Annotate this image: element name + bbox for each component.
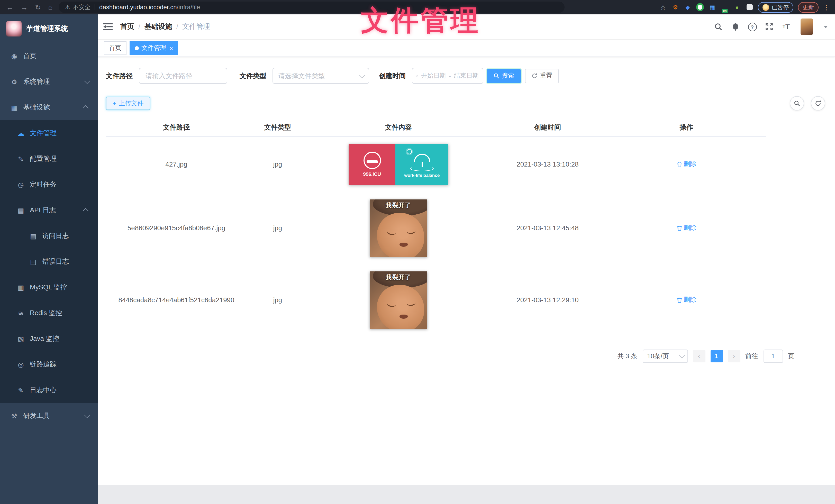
file-path-label: 文件路径: [106, 71, 133, 81]
file-type-select[interactable]: 请选择文件类型: [272, 68, 369, 84]
delete-button[interactable]: 删除: [676, 224, 696, 232]
fullscreen-icon[interactable]: [765, 22, 774, 31]
security-warning[interactable]: ⚠ 不安全: [65, 3, 90, 11]
sidebar-item-home[interactable]: ◉ 首页: [0, 43, 98, 69]
sidebar-item-infrastructure[interactable]: ▦ 基础设施: [0, 94, 98, 120]
file-preview-baby-meme[interactable]: 我裂开了: [370, 271, 427, 329]
pagination: 共 3 条 10条/页 ‹ 1 › 前往 页: [106, 350, 794, 363]
upload-file-button[interactable]: + 上传文件: [106, 97, 150, 110]
forward-icon[interactable]: →: [21, 3, 28, 11]
sidebar-item-system-management[interactable]: ⚙ 系统管理: [0, 69, 98, 94]
calendar-icon: [416, 73, 418, 79]
screen: ← → ↻ ⌂ ⚠ 不安全 dashboard.yudao.iocoder.cn…: [0, 0, 835, 504]
table-row: 427.jpg jpg + 996.ICU: [106, 137, 766, 192]
breadcrumb-home[interactable]: 首页: [120, 22, 134, 31]
search-button[interactable]: 搜索: [487, 69, 521, 83]
column-header-actions: 操作: [607, 119, 766, 136]
hamburger-icon[interactable]: [103, 23, 113, 31]
plus-icon: +: [113, 100, 116, 107]
file-preview-baby-meme[interactable]: 我裂开了: [370, 199, 427, 257]
table-tools: [790, 96, 825, 110]
delete-button-label: 删除: [684, 224, 696, 232]
reload-icon[interactable]: ↻: [35, 3, 41, 11]
extensions-puzzle-icon[interactable]: [746, 3, 753, 11]
tab-home[interactable]: 首页: [104, 41, 126, 55]
font-size-icon[interactable]: TT: [781, 22, 791, 31]
column-header-path: 文件路径: [106, 119, 247, 136]
profile-paused-chip[interactable]: 已暂停: [758, 2, 793, 13]
prev-page-button[interactable]: ‹: [693, 350, 705, 362]
search-form: 文件路径 文件类型 请选择文件类型 创建时间 开始日期: [106, 67, 825, 84]
sidebar-item-log-center[interactable]: ✎ 日志中心: [0, 377, 98, 403]
column-header-content: 文件内容: [308, 119, 488, 136]
created-time-cell: 2021-03-13 13:10:28: [488, 160, 607, 168]
app-logo-row[interactable]: 芋道管理系统: [0, 14, 98, 43]
hide-search-button[interactable]: [790, 96, 804, 110]
sidebar-item-error-logs[interactable]: ▤ 错误日志: [0, 249, 98, 274]
redis-icon: ≋: [17, 309, 25, 317]
refresh-table-button[interactable]: [811, 96, 825, 110]
browser-menu-icon[interactable]: ⋮: [823, 3, 830, 11]
extension-green-ring-icon[interactable]: [696, 3, 704, 11]
sidebar-item-mysql-monitor[interactable]: ▥ MySQL 监控: [0, 274, 98, 300]
sidebar-item-label: 研发工具: [23, 411, 50, 420]
tab-label: 首页: [109, 44, 121, 52]
created-time-cell: 2021-03-13 12:45:48: [488, 224, 607, 232]
file-path-input[interactable]: [144, 71, 222, 80]
delete-button[interactable]: 删除: [676, 296, 696, 304]
help-icon[interactable]: ?: [748, 22, 757, 31]
file-preview-996icu-banner[interactable]: + 996.ICU work-life balance: [349, 144, 448, 185]
app-header: 首页 / 基础设施 / 文件管理 ?: [98, 14, 835, 40]
actions-cell: 删除: [607, 160, 766, 169]
infrastructure-submenu: ☁ 文件管理 ✎ 配置管理 ◷ 定时任务 ▤ API 日志: [0, 120, 98, 403]
sidebar-item-scheduled-tasks[interactable]: ◷ 定时任务: [0, 172, 98, 197]
next-page-button[interactable]: ›: [728, 350, 740, 362]
search-icon[interactable]: [714, 22, 723, 31]
user-menu-caret-icon[interactable]: [824, 25, 828, 28]
page-content: 文件路径 文件类型 请选择文件类型 创建时间 开始日期: [98, 57, 835, 363]
security-label: 不安全: [73, 3, 90, 11]
sidebar-item-java-monitor[interactable]: ▧ Java 监控: [0, 326, 98, 352]
page-number-1[interactable]: 1: [710, 350, 722, 362]
date-range-separator: -: [449, 72, 451, 79]
update-button[interactable]: 更新: [798, 2, 818, 13]
sidebar-item-api-logs[interactable]: ▤ API 日志: [0, 197, 98, 223]
home-icon[interactable]: ⌂: [48, 3, 53, 11]
sidebar-item-access-logs[interactable]: ▤ 访问日志: [0, 223, 98, 249]
sidebar-item-dev-tools[interactable]: ⚒ 研发工具: [0, 403, 98, 429]
tab-file-management[interactable]: 文件管理 ×: [129, 41, 178, 55]
extension-grid-icon[interactable]: ▦: [709, 3, 716, 11]
file-content-cell: + 996.ICU work-life balance: [308, 144, 488, 185]
extension-leaf-icon[interactable]: ●: [733, 3, 741, 11]
sidebar-item-label: 定时任务: [30, 180, 57, 189]
create-time-label: 创建时间: [379, 71, 406, 81]
breadcrumb-infrastructure[interactable]: 基础设施: [144, 22, 172, 31]
sidebar-item-redis-monitor[interactable]: ≋ Redis 监控: [0, 300, 98, 326]
url-text: dashboard.yudao.iocoder.cn/infra/file: [99, 4, 200, 11]
file-path-cell: 8448cada8c714e4ab61f521c8da21990: [106, 296, 247, 304]
bookmark-star-icon[interactable]: ☆: [659, 3, 667, 11]
extension-drop-icon[interactable]: ◆: [684, 3, 692, 11]
user-avatar[interactable]: [800, 19, 813, 35]
banner-left-panel: + 996.ICU: [349, 144, 395, 185]
extension-gear-icon[interactable]: ⚙: [672, 3, 679, 11]
sidebar-item-config-management[interactable]: ✎ 配置管理: [0, 146, 98, 172]
page-size-select[interactable]: 10条/页: [643, 350, 688, 363]
date-end-placeholder: 结束日期: [454, 71, 479, 80]
goto-page-input[interactable]: [763, 350, 783, 363]
tab-close-icon[interactable]: ×: [170, 45, 173, 51]
trash-icon: [676, 297, 682, 303]
address-bar[interactable]: ⚠ 不安全 dashboard.yudao.iocoder.cn/infra/f…: [59, 2, 565, 13]
sidebar-item-tracing[interactable]: ◎ 链路追踪: [0, 352, 98, 377]
trash-icon: [676, 161, 682, 167]
browser-toolbar: ← → ↻ ⌂ ⚠ 不安全 dashboard.yudao.iocoder.cn…: [0, 0, 835, 14]
meme-mouth: [400, 243, 408, 247]
github-icon[interactable]: [731, 22, 740, 31]
search-button-icon: [494, 73, 499, 79]
date-range-picker[interactable]: 开始日期 - 结束日期: [412, 68, 483, 84]
reset-button[interactable]: 重置: [525, 69, 559, 83]
back-icon[interactable]: ←: [6, 3, 13, 11]
sidebar-item-file-management[interactable]: ☁ 文件管理: [0, 120, 98, 146]
delete-button[interactable]: 删除: [676, 160, 696, 169]
extension-stack-icon[interactable]: ≣ on: [721, 3, 729, 11]
